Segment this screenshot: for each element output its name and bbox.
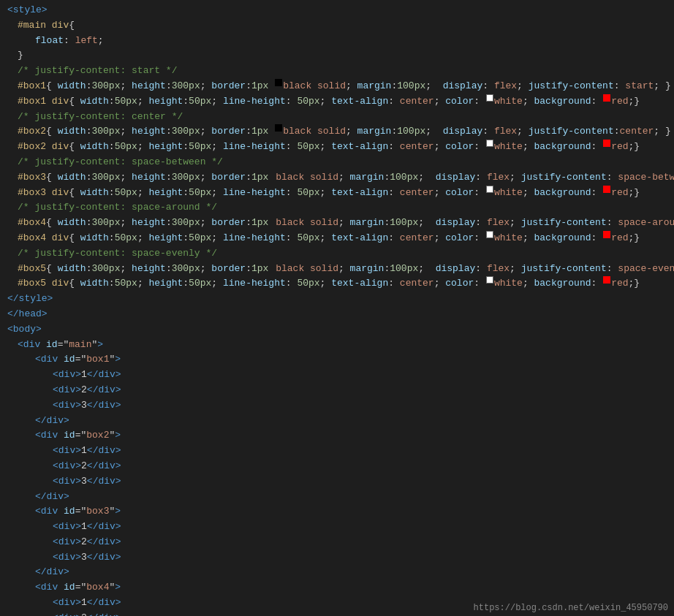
line-15: #box4{ width:300px; height:300px; border… (0, 216, 674, 231)
line-35: <div>1</div> (0, 520, 674, 535)
line-12: #box3{ width:300px; height:300px; border… (0, 170, 674, 186)
line-25: <div>1</div> (0, 368, 674, 383)
line-3: float: left; (0, 34, 674, 49)
line-31: <div>2</div> (0, 459, 674, 474)
line-1: <style> (0, 3, 674, 18)
line-36: <div>2</div> (0, 535, 674, 550)
line-20: </style> (0, 292, 674, 307)
line-24: <div id="box1"> (0, 352, 674, 368)
line-38: </div> (0, 565, 674, 580)
code-editor: <style> #main div{ float: left; } /* jus… (0, 0, 674, 616)
line-22: <body> (0, 322, 674, 338)
line-26: <div>2</div> (0, 383, 674, 398)
line-34: <div id="box3"> (0, 504, 674, 520)
line-27: <div>3</div> (0, 398, 674, 414)
line-7: #box1 div{ width:50px; height:50px; line… (0, 94, 674, 110)
style-open-tag: <style> (7, 3, 48, 18)
line-11: /* justify-content: space-between */ (0, 155, 674, 170)
line-33: </div> (0, 490, 674, 505)
line-39: <div id="box4"> (0, 580, 674, 596)
line-17: /* justify-content: space-evenly */ (0, 246, 674, 262)
footer-url-text: https://blog.csdn.net/weixin_45950790 (474, 603, 668, 613)
line-5: /* justify-content: start */ (0, 64, 674, 79)
line-16: #box4 div{ width:50px; height:50px; line… (0, 231, 674, 246)
line-13: #box3 div{ width:50px; height:50px; line… (0, 186, 674, 201)
line-29: <div id="box2"> (0, 428, 674, 444)
line-28: </div> (0, 414, 674, 429)
line-4: } (0, 48, 674, 64)
footer-url: https://blog.csdn.net/weixin_45950790 (468, 600, 674, 616)
line-8: /* justify-content: center */ (0, 110, 674, 125)
line-9: #box2{ width:300px; height:300px; border… (0, 124, 674, 140)
line-19: #box5 div{ width:50px; height:50px; line… (0, 276, 674, 292)
line-6: #box1{ width:300px; height:300px; border… (0, 79, 674, 94)
line-14: /* justify-content: space-around */ (0, 200, 674, 216)
line-37: <div>3</div> (0, 550, 674, 566)
line-2: #main div{ (0, 18, 674, 34)
line-10: #box2 div{ width:50px; height:50px; line… (0, 140, 674, 155)
line-23: <div id="main"> (0, 338, 674, 353)
line-18: #box5{ width:300px; height:300px; border… (0, 262, 674, 277)
line-21: </head> (0, 307, 674, 322)
line-32: <div>3</div> (0, 474, 674, 490)
line-30: <div>1</div> (0, 444, 674, 459)
